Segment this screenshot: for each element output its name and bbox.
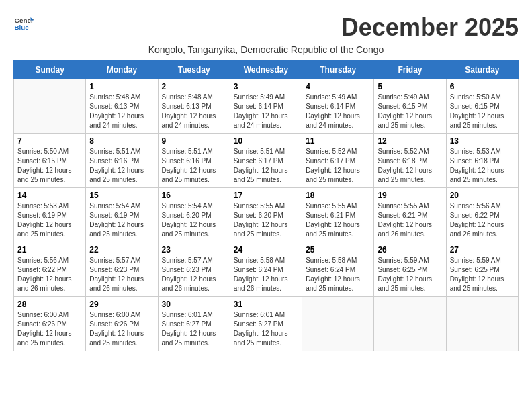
calendar-cell: 23Sunrise: 5:57 AMSunset: 6:23 PMDayligh…	[158, 242, 230, 297]
calendar-cell: 15Sunrise: 5:54 AMSunset: 6:19 PMDayligh…	[86, 188, 158, 242]
day-info: Sunrise: 5:48 AMSunset: 6:13 PMDaylight:…	[162, 93, 226, 130]
calendar-subtitle: Kongolo, Tanganyika, Democratic Republic…	[13, 44, 519, 55]
day-info: Sunrise: 5:54 AMSunset: 6:19 PMDaylight:…	[89, 201, 154, 239]
calendar-cell: 19Sunrise: 5:55 AMSunset: 6:21 PMDayligh…	[374, 188, 446, 242]
day-number: 8	[89, 136, 154, 146]
calendar-cell: 9Sunrise: 5:51 AMSunset: 6:16 PMDaylight…	[158, 134, 230, 188]
calendar-cell: 20Sunrise: 5:56 AMSunset: 6:22 PMDayligh…	[446, 188, 518, 242]
day-info: Sunrise: 5:51 AMSunset: 6:16 PMDaylight:…	[162, 147, 226, 185]
day-info: Sunrise: 5:57 AMSunset: 6:23 PMDaylight:…	[162, 256, 226, 293]
weekday-header-sunday: Sunday	[14, 61, 86, 79]
day-info: Sunrise: 5:56 AMSunset: 6:22 PMDaylight:…	[450, 201, 515, 239]
day-info: Sunrise: 5:53 AMSunset: 6:18 PMDaylight:…	[450, 147, 515, 185]
day-info: Sunrise: 6:00 AMSunset: 6:26 PMDaylight:…	[89, 310, 154, 348]
day-number: 27	[450, 245, 515, 255]
day-info: Sunrise: 5:50 AMSunset: 6:15 PMDaylight:…	[450, 93, 515, 130]
calendar-cell: 29Sunrise: 6:00 AMSunset: 6:26 PMDayligh…	[86, 297, 158, 351]
weekday-header-monday: Monday	[86, 61, 158, 79]
day-info: Sunrise: 5:58 AMSunset: 6:24 PMDaylight:…	[234, 256, 298, 293]
day-number: 24	[234, 245, 298, 255]
day-info: Sunrise: 5:52 AMSunset: 6:18 PMDaylight:…	[378, 147, 442, 185]
day-info: Sunrise: 6:00 AMSunset: 6:26 PMDaylight:…	[17, 310, 82, 348]
day-number: 26	[378, 245, 442, 255]
day-info: Sunrise: 5:55 AMSunset: 6:21 PMDaylight:…	[306, 201, 370, 239]
calendar-cell: 22Sunrise: 5:57 AMSunset: 6:23 PMDayligh…	[86, 242, 158, 297]
day-number: 30	[162, 300, 226, 309]
day-number: 13	[450, 136, 515, 146]
day-number: 15	[89, 191, 154, 200]
day-number: 9	[162, 136, 226, 146]
calendar-cell: 30Sunrise: 6:01 AMSunset: 6:27 PMDayligh…	[158, 297, 230, 351]
day-number: 2	[162, 82, 226, 91]
calendar-cell: 24Sunrise: 5:58 AMSunset: 6:24 PMDayligh…	[230, 242, 302, 297]
day-number: 4	[306, 82, 370, 91]
calendar-cell: 27Sunrise: 5:59 AMSunset: 6:25 PMDayligh…	[446, 242, 518, 297]
calendar-table: SundayMondayTuesdayWednesdayThursdayFrid…	[13, 60, 519, 351]
logo: General Blue	[13, 13, 34, 34]
day-number: 25	[306, 245, 370, 255]
calendar-cell: 5Sunrise: 5:49 AMSunset: 6:15 PMDaylight…	[374, 79, 446, 134]
day-info: Sunrise: 5:48 AMSunset: 6:13 PMDaylight:…	[89, 93, 154, 130]
day-info: Sunrise: 5:51 AMSunset: 6:17 PMDaylight:…	[234, 147, 298, 185]
day-info: Sunrise: 5:54 AMSunset: 6:20 PMDaylight:…	[162, 201, 226, 239]
day-info: Sunrise: 5:50 AMSunset: 6:15 PMDaylight:…	[17, 147, 82, 185]
day-number: 28	[17, 300, 82, 309]
day-number: 29	[89, 300, 154, 309]
calendar-cell: 10Sunrise: 5:51 AMSunset: 6:17 PMDayligh…	[230, 134, 302, 188]
calendar-cell: 1Sunrise: 5:48 AMSunset: 6:13 PMDaylight…	[86, 79, 158, 134]
calendar-cell: 18Sunrise: 5:55 AMSunset: 6:21 PMDayligh…	[302, 188, 374, 242]
day-number: 1	[89, 82, 154, 91]
calendar-cell: 14Sunrise: 5:53 AMSunset: 6:19 PMDayligh…	[14, 188, 86, 242]
day-number: 23	[162, 245, 226, 255]
day-number: 14	[17, 191, 82, 200]
calendar-cell	[302, 297, 374, 351]
weekday-header-thursday: Thursday	[302, 61, 374, 79]
day-info: Sunrise: 5:53 AMSunset: 6:19 PMDaylight:…	[17, 201, 82, 239]
calendar-cell: 28Sunrise: 6:00 AMSunset: 6:26 PMDayligh…	[14, 297, 86, 351]
svg-text:Blue: Blue	[15, 24, 30, 31]
weekday-header-saturday: Saturday	[446, 61, 518, 79]
day-info: Sunrise: 5:49 AMSunset: 6:14 PMDaylight:…	[306, 93, 370, 130]
calendar-cell: 11Sunrise: 5:52 AMSunset: 6:17 PMDayligh…	[302, 134, 374, 188]
calendar-cell	[446, 297, 518, 351]
calendar-cell: 3Sunrise: 5:49 AMSunset: 6:14 PMDaylight…	[230, 79, 302, 134]
calendar-cell	[374, 297, 446, 351]
calendar-cell: 4Sunrise: 5:49 AMSunset: 6:14 PMDaylight…	[302, 79, 374, 134]
day-info: Sunrise: 6:01 AMSunset: 6:27 PMDaylight:…	[234, 310, 298, 348]
weekday-header-wednesday: Wednesday	[230, 61, 302, 79]
weekday-header-friday: Friday	[374, 61, 446, 79]
day-number: 17	[234, 191, 298, 200]
day-info: Sunrise: 5:56 AMSunset: 6:22 PMDaylight:…	[17, 256, 82, 293]
day-info: Sunrise: 5:59 AMSunset: 6:25 PMDaylight:…	[378, 256, 442, 293]
day-info: Sunrise: 5:52 AMSunset: 6:17 PMDaylight:…	[306, 147, 370, 185]
calendar-cell: 2Sunrise: 5:48 AMSunset: 6:13 PMDaylight…	[158, 79, 230, 134]
calendar-cell	[14, 79, 86, 134]
day-number: 12	[378, 136, 442, 146]
weekday-header-tuesday: Tuesday	[158, 61, 230, 79]
calendar-cell: 25Sunrise: 5:58 AMSunset: 6:24 PMDayligh…	[302, 242, 374, 297]
calendar-cell: 6Sunrise: 5:50 AMSunset: 6:15 PMDaylight…	[446, 79, 518, 134]
day-info: Sunrise: 5:55 AMSunset: 6:20 PMDaylight:…	[234, 201, 298, 239]
day-info: Sunrise: 5:51 AMSunset: 6:16 PMDaylight:…	[89, 147, 154, 185]
day-number: 19	[378, 191, 442, 200]
day-info: Sunrise: 6:01 AMSunset: 6:27 PMDaylight:…	[162, 310, 226, 348]
day-number: 10	[234, 136, 298, 146]
month-title: December 2025	[341, 13, 519, 42]
day-info: Sunrise: 5:59 AMSunset: 6:25 PMDaylight:…	[450, 256, 515, 293]
calendar-cell: 7Sunrise: 5:50 AMSunset: 6:15 PMDaylight…	[14, 134, 86, 188]
day-info: Sunrise: 5:55 AMSunset: 6:21 PMDaylight:…	[378, 201, 442, 239]
day-number: 5	[378, 82, 442, 91]
day-number: 3	[234, 82, 298, 91]
day-number: 20	[450, 191, 515, 200]
calendar-cell: 13Sunrise: 5:53 AMSunset: 6:18 PMDayligh…	[446, 134, 518, 188]
day-number: 22	[89, 245, 154, 255]
calendar-cell: 26Sunrise: 5:59 AMSunset: 6:25 PMDayligh…	[374, 242, 446, 297]
day-number: 31	[234, 300, 298, 309]
day-number: 18	[306, 191, 370, 200]
day-number: 21	[17, 245, 82, 255]
calendar-cell: 31Sunrise: 6:01 AMSunset: 6:27 PMDayligh…	[230, 297, 302, 351]
calendar-cell: 8Sunrise: 5:51 AMSunset: 6:16 PMDaylight…	[86, 134, 158, 188]
calendar-cell: 12Sunrise: 5:52 AMSunset: 6:18 PMDayligh…	[374, 134, 446, 188]
day-number: 16	[162, 191, 226, 200]
day-number: 11	[306, 136, 370, 146]
